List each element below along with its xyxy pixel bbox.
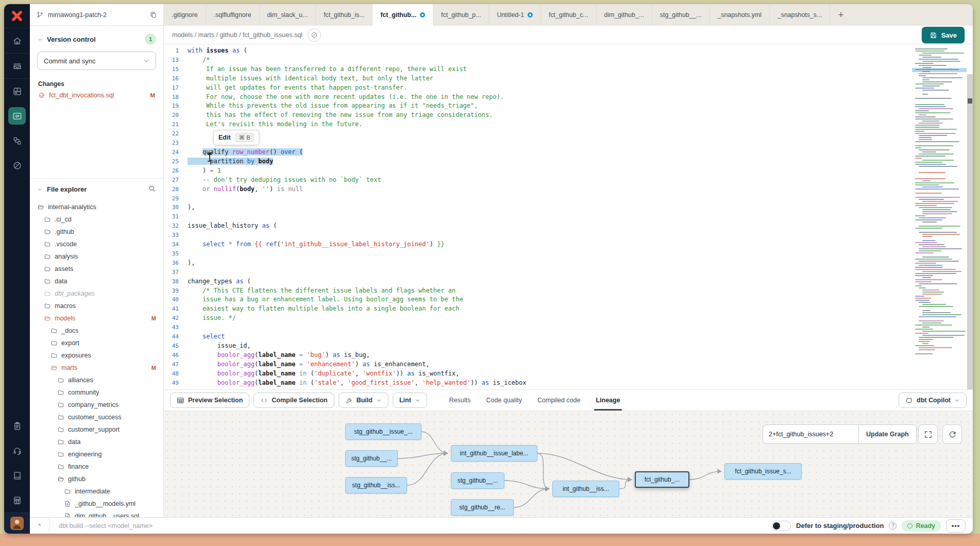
lockers-icon[interactable]	[8, 491, 26, 509]
code-line-37[interactable]: 37	[164, 268, 912, 277]
develop-icon[interactable]	[8, 107, 26, 125]
tab-stg_github__...[interactable]: stg_github__...	[652, 4, 710, 26]
overflow-menu-button[interactable]: •••	[946, 519, 966, 533]
tab-fct_github...[interactable]: fct_github...	[373, 4, 433, 26]
tree-item-dbt_packages[interactable]: dbt_packages	[30, 287, 163, 300]
panel-tab-code-quality[interactable]: Code quality	[479, 390, 530, 411]
code-line-29[interactable]: 29	[164, 194, 912, 203]
support-icon[interactable]	[8, 442, 26, 459]
tree-item-models[interactable]: modelsM	[30, 312, 163, 325]
minimap-scrollbar-track[interactable]	[967, 74, 973, 389]
new-tab-button[interactable]: +	[830, 4, 852, 26]
file-state-button[interactable]	[308, 28, 321, 42]
tree-item-internal-analytics[interactable]: internal-analytics	[30, 201, 163, 213]
tree-item-company_metrics[interactable]: company_metrics	[30, 399, 163, 411]
panel-tab-compiled-code[interactable]: Compiled code	[530, 390, 588, 411]
save-button[interactable]: Save	[922, 27, 965, 43]
commit-and-sync-button[interactable]: Commit and sync	[37, 52, 156, 70]
code-line-34[interactable]: 34 select * from {{ ref('int_github__iss…	[164, 240, 912, 249]
code-editor[interactable]: 1with issues as (13 /*15 If an issue has…	[164, 44, 973, 389]
code-line-46[interactable]: 46 boolor_agg(label_name = 'bug') as is_…	[164, 351, 912, 360]
copy-icon[interactable]	[149, 11, 157, 19]
code-line-28[interactable]: 28 or nullif(body, '') is null	[164, 185, 912, 194]
tree-item-macros[interactable]: macros	[30, 300, 163, 312]
tree-item-customer_support[interactable]: customer_support	[30, 423, 163, 436]
tab-untitled-1[interactable]: Untitled-1	[489, 4, 541, 26]
branch-compare-icon[interactable]	[8, 132, 26, 149]
code-line-47[interactable]: 47 boolor_agg(label_name = 'enhancement'…	[164, 360, 912, 369]
code-line-20[interactable]: 20 this has the effect of removing the n…	[164, 111, 912, 120]
tab-dim_github_...[interactable]: dim_github_...	[597, 4, 652, 26]
minimap[interactable]	[912, 44, 973, 389]
code-line-22[interactable]: 22	[164, 129, 912, 139]
code-lines[interactable]: 1with issues as (13 /*15 If an issue has…	[164, 44, 912, 389]
tree-item-_github__models.yml[interactable]: _github__models.yml	[30, 498, 163, 510]
code-line-42[interactable]: 42 issue. */	[164, 314, 912, 323]
lineage-node-stg_github__...[interactable]: stg_github__...	[451, 472, 504, 489]
tab-fct_github_is...[interactable]: fct_github_is...	[316, 4, 373, 26]
lineage-node-stg_github__re...[interactable]: stg_github__re...	[451, 499, 514, 516]
compile-selection-button[interactable]: Compile Selection	[254, 393, 334, 408]
tree-item-analysis[interactable]: analysis	[30, 250, 163, 263]
explore-icon[interactable]	[8, 157, 26, 174]
tab-fct_github_c...[interactable]: fct_github_c...	[541, 4, 597, 26]
fullscreen-button[interactable]	[918, 424, 938, 444]
tab-.sqlfluffignore[interactable]: .sqlfluffignore	[206, 4, 260, 26]
code-line-45[interactable]: 45 issue_id,	[164, 342, 912, 351]
lineage-node-int_github__issue_labe...[interactable]: int_github__issue_labe...	[451, 445, 537, 462]
tab-_snapshots_s...[interactable]: _snapshots_s...	[770, 4, 830, 26]
lineage-node-int_github__iss...[interactable]: int_github__iss...	[552, 481, 619, 497]
code-line-33[interactable]: 33	[164, 231, 912, 240]
tree-item-data[interactable]: data	[30, 275, 163, 287]
tab-dim_slack_u...[interactable]: dim_slack_u...	[260, 4, 316, 26]
lint-button[interactable]: Lint	[393, 393, 427, 408]
code-line-39[interactable]: 39 /* This CTE flattens the different is…	[164, 286, 912, 296]
code-line-25[interactable]: 25 partition by body	[164, 157, 912, 166]
code-line-15[interactable]: 15 If an issue has been transferred to a…	[164, 65, 912, 74]
tree-item-.github[interactable]: .github	[30, 226, 163, 238]
tree-item-_docs[interactable]: _docs	[30, 325, 163, 337]
lineage-node-stg_github__iss...[interactable]: stg_github__iss...	[345, 477, 407, 493]
tree-item-export[interactable]: export	[30, 337, 163, 349]
help-icon[interactable]: ?	[889, 522, 897, 530]
tab-.gitignore[interactable]: .gitignore	[164, 4, 206, 26]
code-line-19[interactable]: 19 While this prevents the old issue fro…	[164, 101, 912, 111]
code-line-35[interactable]: 35	[164, 249, 912, 259]
code-line-48[interactable]: 48 boolor_agg(label_name in ('duplicate'…	[164, 369, 912, 379]
file-explorer-header[interactable]: File explorer	[30, 179, 163, 200]
lineage-node-stg_github__issue_...[interactable]: stg_github__issue_...	[345, 423, 421, 440]
code-line-23[interactable]: 23	[164, 139, 912, 148]
code-line-17[interactable]: 17 will get updates for events that happ…	[164, 83, 912, 93]
changed-file-row[interactable]: fct_dbt_invocations.sql M	[30, 90, 163, 100]
model-selector-input[interactable]	[763, 424, 858, 444]
tree-item-customer_success[interactable]: customer_success	[30, 411, 163, 423]
code-line-36[interactable]: 36),	[164, 259, 912, 268]
tree-item-.ci_cd[interactable]: .ci_cd	[30, 213, 163, 226]
tree-item-finance[interactable]: finance	[30, 460, 163, 473]
apps-icon[interactable]	[8, 82, 26, 100]
panel-tab-results[interactable]: Results	[442, 390, 479, 411]
edit-tooltip[interactable]: Edit ⌘ B	[213, 130, 259, 145]
refresh-button[interactable]	[942, 424, 962, 444]
command-bar-collapse-button[interactable]: ^	[30, 518, 49, 534]
tree-item-assets[interactable]: assets	[30, 263, 163, 275]
panel-tab-lineage[interactable]: Lineage	[588, 390, 628, 411]
code-line-24[interactable]: 24 qualify row_number() over (	[164, 148, 912, 157]
tree-item-community[interactable]: community	[30, 386, 163, 399]
code-line-38[interactable]: 38change_types as (	[164, 277, 912, 286]
code-line-13[interactable]: 13 /*	[164, 56, 912, 65]
code-line-32[interactable]: 32issue_label_history as (	[164, 221, 912, 231]
file-search-button[interactable]	[148, 184, 156, 194]
code-line-18[interactable]: 18 For now, choose the one with more rec…	[164, 93, 912, 102]
tree-item-alliances[interactable]: alliances	[30, 374, 163, 386]
inbox-icon[interactable]	[8, 57, 26, 75]
preview-selection-button[interactable]: Preview Selection	[170, 393, 249, 408]
tab-fct_github_p...[interactable]: fct_github_p...	[433, 4, 489, 26]
code-line-44[interactable]: 44 select	[164, 332, 912, 342]
code-line-21[interactable]: 21 Let's revisit this modeling in the fu…	[164, 120, 912, 129]
tree-item-github[interactable]: github	[30, 473, 163, 485]
defer-toggle[interactable]	[771, 521, 791, 531]
tab-_snapshots.yml[interactable]: _snapshots.yml	[710, 4, 770, 26]
code-line-43[interactable]: 43	[164, 323, 912, 332]
version-control-header[interactable]: Version control 1	[30, 28, 163, 50]
